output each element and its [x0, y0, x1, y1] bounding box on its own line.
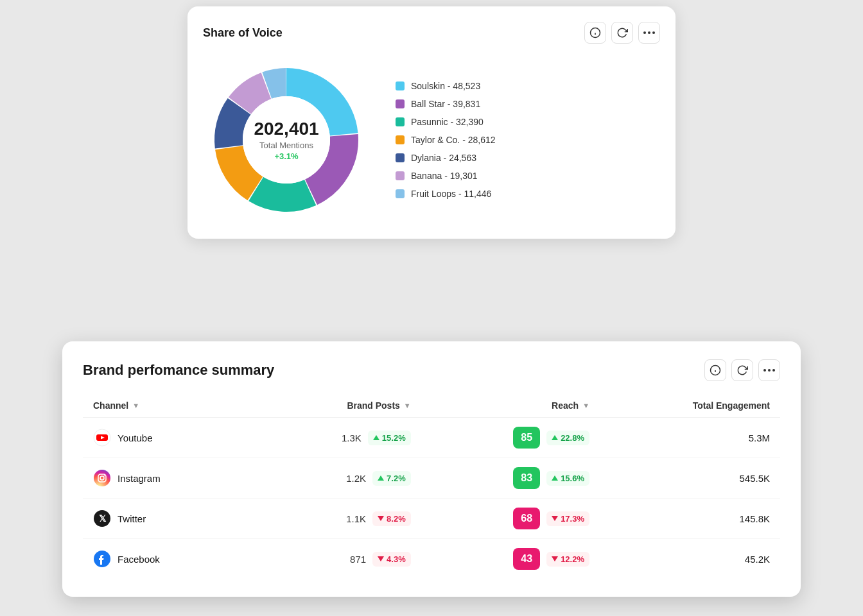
- svg-point-12: [772, 369, 775, 372]
- legend-color: [396, 189, 405, 198]
- col-brand-posts: Brand Posts ▼: [245, 394, 421, 418]
- reach-cell: 85 22.8%: [421, 418, 600, 458]
- posts-change-badge: 15.2%: [368, 431, 411, 445]
- brand-posts-cell: 1.1K 8.2%: [245, 499, 421, 539]
- col-reach: Reach ▼: [421, 394, 600, 418]
- svg-point-19: [104, 475, 105, 477]
- reach-cell: 83 15.6%: [421, 458, 600, 499]
- reach-cell: 68 17.3%: [421, 499, 600, 539]
- legend-color: [396, 117, 405, 126]
- sov-insight-button[interactable]: [584, 22, 606, 44]
- down-arrow-icon: [378, 516, 384, 521]
- reach-cell: 43 12.2%: [421, 539, 600, 579]
- legend-color: [396, 81, 405, 90]
- sov-more-button[interactable]: [638, 22, 660, 44]
- legend-item: Ball Star - 39,831: [396, 99, 496, 109]
- reach-score: 43: [513, 548, 540, 570]
- channel-cell: 𝕏 Twitter: [83, 499, 245, 539]
- legend-item: Banana - 19,301: [396, 171, 496, 181]
- posts-number: 1.1K: [340, 513, 366, 524]
- sov-header: Share of Voice: [203, 22, 660, 44]
- sov-refresh-button[interactable]: [611, 22, 633, 44]
- legend-label: Dylania - 24,563: [411, 153, 476, 163]
- svg-point-4: [648, 31, 650, 34]
- svg-point-3: [643, 31, 646, 34]
- reach-change-badge: 15.6%: [546, 471, 589, 486]
- svg-point-16: [94, 470, 110, 486]
- sov-legend: Soulskin - 48,523Ball Star - 39,831Pasun…: [396, 81, 496, 199]
- youtube-icon: [93, 429, 111, 447]
- svg-text:𝕏: 𝕏: [99, 513, 107, 524]
- posts-change-badge: 4.3%: [372, 552, 411, 567]
- legend-label: Fruit Loops - 11,446: [411, 189, 491, 199]
- reach-filter-icon: ▼: [582, 402, 589, 409]
- donut-change: +3.1%: [254, 151, 318, 160]
- engagement-cell: 5.3M: [600, 418, 780, 458]
- donut-chart: 202,401 Total Mentions +3.1%: [203, 56, 370, 223]
- table-row: Instagram 1.2K 7.2% 83 15.6% 545.5K: [83, 458, 780, 499]
- donut-label: Total Mentions: [254, 140, 318, 150]
- reach-change-badge: 17.3%: [546, 511, 589, 526]
- instagram-icon: [93, 469, 111, 487]
- table-row: 𝕏 Twitter 1.1K 8.2% 68 17.3% 145.8K: [83, 499, 780, 539]
- brand-posts-cell: 1.3K 15.2%: [245, 418, 421, 458]
- bps-more-button[interactable]: [758, 359, 780, 381]
- channel-cell: Youtube: [83, 418, 245, 458]
- brand-posts-cell: 871 4.3%: [245, 539, 421, 579]
- brand-posts-cell: 1.2K 7.2%: [245, 458, 421, 499]
- legend-label: Pasunnic - 32,390: [411, 117, 484, 127]
- legend-item: Soulskin - 48,523: [396, 81, 496, 91]
- legend-color: [396, 171, 405, 180]
- down-arrow-icon: [552, 516, 558, 521]
- table-header-row: Channel ▼ Brand Posts ▼ Reach ▼: [83, 394, 780, 418]
- brand-posts-filter-icon: ▼: [404, 402, 411, 409]
- legend-label: Banana - 19,301: [411, 171, 478, 181]
- posts-number: 1.2K: [340, 473, 366, 484]
- bps-title: Brand perfomance summary: [83, 362, 274, 379]
- posts-change-badge: 8.2%: [372, 511, 411, 526]
- channel-name: Instagram: [118, 473, 161, 484]
- posts-change-badge: 7.2%: [372, 471, 411, 486]
- legend-label: Taylor & Co. - 28,612: [411, 135, 496, 145]
- posts-number: 1.3K: [336, 432, 362, 443]
- svg-point-10: [763, 369, 766, 372]
- donut-center: 202,401 Total Mentions +3.1%: [254, 119, 318, 161]
- twitter-icon: 𝕏: [93, 509, 111, 527]
- legend-label: Soulskin - 48,523: [411, 81, 480, 91]
- svg-point-5: [652, 31, 655, 34]
- table-row: Youtube 1.3K 15.2% 85 22.8% 5.3M: [83, 418, 780, 458]
- legend-item: Dylania - 24,563: [396, 153, 496, 163]
- legend-item: Taylor & Co. - 28,612: [396, 135, 496, 145]
- up-arrow-icon: [378, 475, 384, 481]
- channel-name: Twitter: [118, 513, 146, 524]
- bps-refresh-button[interactable]: [731, 359, 753, 381]
- legend-item: Pasunnic - 32,390: [396, 117, 496, 127]
- bps-actions: [704, 359, 780, 381]
- brand-performance-card: Brand perfomance summary: [62, 341, 801, 597]
- channel-name: Facebook: [118, 554, 160, 565]
- col-total-engagement: Total Engagement: [600, 394, 780, 418]
- bps-header: Brand perfomance summary: [83, 359, 780, 381]
- svg-point-11: [768, 369, 771, 372]
- channel-cell: Instagram: [83, 458, 245, 499]
- col-channel: Channel ▼: [83, 394, 245, 418]
- table-row: Facebook 871 4.3% 43 12.2% 45.2K: [83, 539, 780, 579]
- bps-insight-button[interactable]: [704, 359, 726, 381]
- share-of-voice-card: Share of Voice: [187, 6, 676, 239]
- channel-cell: Facebook: [83, 539, 245, 579]
- engagement-cell: 145.8K: [600, 499, 780, 539]
- legend-item: Fruit Loops - 11,446: [396, 189, 496, 199]
- performance-table: Channel ▼ Brand Posts ▼ Reach ▼: [83, 394, 780, 579]
- engagement-cell: 545.5K: [600, 458, 780, 499]
- sov-title: Share of Voice: [203, 26, 283, 40]
- reach-score: 85: [513, 427, 540, 449]
- reach-change-badge: 12.2%: [546, 552, 589, 567]
- up-arrow-icon: [373, 435, 379, 440]
- engagement-cell: 45.2K: [600, 539, 780, 579]
- sov-body: 202,401 Total Mentions +3.1% Soulskin - …: [203, 56, 660, 223]
- legend-label: Ball Star - 39,831: [411, 99, 480, 109]
- up-arrow-icon: [552, 475, 558, 481]
- down-arrow-icon: [552, 556, 558, 561]
- channel-filter-icon: ▼: [132, 402, 139, 409]
- posts-number: 871: [340, 554, 366, 565]
